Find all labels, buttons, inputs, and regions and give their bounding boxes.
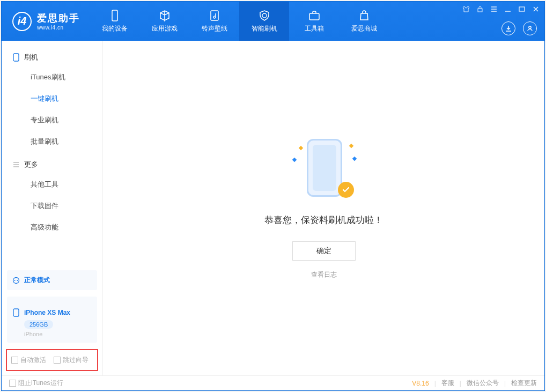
device-icon (12, 53, 20, 62)
logo-text: 爱思助手 www.i4.cn (37, 12, 80, 31)
sparkle-icon (349, 144, 353, 148)
sidebar-group-flash: 刷机 (2, 45, 102, 66)
success-illustration (292, 137, 356, 201)
tab-toolbox[interactable]: 工具箱 (289, 2, 339, 41)
tab-label: 铃声壁纸 (202, 24, 227, 33)
status-right: V8.16 | 客服 | 微信公众号 | 检查更新 (412, 379, 537, 388)
tab-apps-games[interactable]: 应用游戏 (139, 2, 189, 41)
block-itunes-checkbox[interactable]: 阻止iTunes运行 (9, 379, 63, 388)
mode-label: 正常模式 (24, 276, 50, 285)
maximize-icon[interactable] (518, 5, 526, 13)
phone-small-icon (12, 308, 20, 317)
sidebar-scroll: 刷机 iTunes刷机 一键刷机 专业刷机 批量刷机 更多 其他工具 下载固件 … (2, 41, 102, 267)
separator: | (460, 380, 461, 387)
auto-activate-checkbox[interactable]: 自动激活 (11, 356, 46, 365)
svg-rect-6 (13, 54, 19, 61)
device-name-row: iPhone XS Max (12, 308, 92, 317)
toolbox-icon (308, 9, 321, 22)
music-file-icon (208, 9, 221, 22)
svg-point-7 (13, 277, 19, 283)
tab-store[interactable]: 爱思商城 (339, 2, 389, 41)
lock-icon[interactable] (476, 5, 484, 13)
tab-label: 应用游戏 (152, 24, 178, 33)
close-icon[interactable] (532, 5, 540, 13)
logo-block: i4 爱思助手 www.i4.cn (2, 2, 90, 41)
svg-point-8 (14, 280, 16, 281)
tab-ringtone-wallpaper[interactable]: 铃声壁纸 (189, 2, 239, 41)
version-label: V8.16 (412, 380, 429, 387)
phone-icon (108, 9, 121, 22)
sidebar-item-download-firmware[interactable]: 下载固件 (2, 195, 102, 217)
opt-label: 自动激活 (20, 356, 46, 364)
device-info-card[interactable]: iPhone XS Max 256GB iPhone (7, 297, 97, 343)
refresh-shield-icon (258, 9, 271, 22)
skip-guide-checkbox[interactable]: 跳过向导 (54, 356, 88, 365)
download-button[interactable] (501, 21, 515, 35)
sidebar-group-more: 更多 (2, 152, 102, 174)
checkbox-icon (11, 357, 18, 364)
separator: | (504, 380, 506, 387)
svg-rect-3 (478, 9, 482, 12)
success-message: 恭喜您，保资料刷机成功啦！ (264, 214, 383, 226)
app-url: www.i4.cn (37, 25, 80, 31)
check-badge-icon (338, 182, 354, 198)
device-type: iPhone (24, 331, 92, 337)
tab-smart-flash[interactable]: 智能刷机 (239, 2, 289, 41)
sidebar-item-itunes-flash[interactable]: iTunes刷机 (2, 66, 102, 88)
opt-label: 跳过向导 (63, 356, 88, 364)
menu-icon[interactable] (490, 5, 498, 13)
check-update-link[interactable]: 检查更新 (511, 379, 537, 388)
block-itunes-label: 阻止iTunes运行 (18, 379, 63, 387)
tab-label: 智能刷机 (252, 24, 277, 33)
system-icons (462, 5, 540, 13)
status-bar: 阻止iTunes运行 V8.16 | 客服 | 微信公众号 | 检查更新 (2, 375, 544, 390)
svg-rect-4 (519, 7, 525, 11)
cube-icon (158, 9, 171, 22)
app-window: i4 爱思助手 www.i4.cn 我的设备 应用游戏 铃声壁纸 智能刷机 (1, 1, 545, 391)
svg-rect-1 (211, 11, 218, 20)
svg-rect-2 (309, 13, 319, 20)
app-name: 爱思助手 (37, 12, 80, 25)
header-right-actions (501, 21, 537, 35)
checkbox-icon (9, 380, 16, 387)
top-tabs: 我的设备 应用游戏 铃声壁纸 智能刷机 工具箱 爱思商城 (90, 2, 389, 41)
sidebar-item-pro-flash[interactable]: 专业刷机 (2, 109, 102, 131)
tab-label: 工具箱 (305, 24, 324, 33)
bag-icon (358, 9, 371, 22)
wechat-link[interactable]: 微信公众号 (467, 379, 499, 388)
svg-rect-0 (112, 10, 117, 21)
body: 刷机 iTunes刷机 一键刷机 专业刷机 批量刷机 更多 其他工具 下载固件 … (2, 41, 544, 375)
device-mode-card[interactable]: 正常模式 (7, 270, 97, 290)
sparkle-icon (298, 146, 302, 150)
device-capacity: 256GB (24, 320, 53, 329)
tshirt-icon[interactable] (462, 5, 470, 13)
tab-label: 我的设备 (102, 24, 128, 33)
device-mode: 正常模式 (12, 276, 92, 285)
svg-point-9 (17, 280, 18, 281)
sync-icon (12, 277, 20, 284)
logo-icon: i4 (12, 12, 32, 31)
group-title: 刷机 (24, 53, 38, 62)
user-button[interactable] (523, 21, 537, 35)
ok-button[interactable]: 确定 (292, 241, 356, 261)
header: i4 爱思助手 www.i4.cn 我的设备 应用游戏 铃声壁纸 智能刷机 (2, 2, 544, 41)
group-title: 更多 (24, 160, 38, 169)
sidebar-item-onekey-flash[interactable]: 一键刷机 (2, 88, 102, 109)
separator: | (434, 380, 436, 387)
support-link[interactable]: 客服 (441, 379, 454, 388)
tab-my-device[interactable]: 我的设备 (90, 2, 139, 41)
tab-label: 爱思商城 (351, 24, 377, 33)
svg-rect-10 (13, 309, 19, 316)
sidebar-item-batch-flash[interactable]: 批量刷机 (2, 131, 102, 152)
phone-illustration-icon (307, 139, 342, 197)
list-icon (12, 161, 20, 168)
sidebar-item-advanced[interactable]: 高级功能 (2, 217, 102, 238)
minimize-icon[interactable] (504, 5, 512, 13)
device-name: iPhone XS Max (24, 309, 70, 316)
checkbox-icon (54, 357, 61, 364)
sidebar-item-other-tools[interactable]: 其他工具 (2, 174, 102, 195)
main-content: 恭喜您，保资料刷机成功啦！ 确定 查看日志 (103, 41, 544, 375)
view-log-link[interactable]: 查看日志 (311, 270, 337, 279)
sparkle-icon (352, 157, 356, 161)
bottom-options-highlight: 自动激活 跳过向导 (6, 349, 98, 371)
